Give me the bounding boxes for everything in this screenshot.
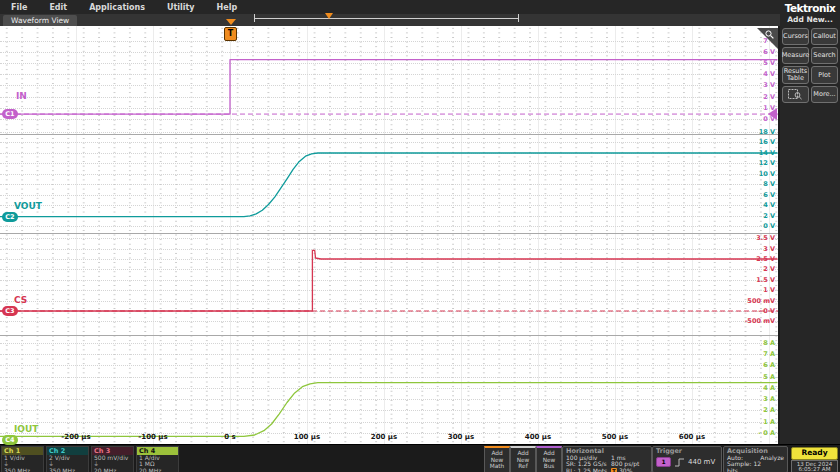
trigger-level-value: 440 mV	[688, 458, 715, 466]
zoom-corner-magnifier-icon	[764, 29, 776, 41]
channel-settings-badge-ch-1[interactable]: Ch 11 V/div⏚350 MHz	[1, 446, 44, 472]
gridline	[0, 226, 778, 227]
gridline	[0, 249, 778, 250]
sidebar-button-search[interactable]: Search	[811, 47, 838, 64]
horizontal-badge[interactable]: Horizontal 100 µs/div1 msSR: 1.25 GS/s80…	[562, 446, 652, 472]
menu-bar: FileEditApplicationsUtilityHelp	[0, 0, 780, 14]
pan-position-marker-icon[interactable]	[325, 13, 333, 19]
section-separator	[0, 134, 778, 135]
gridline	[0, 119, 778, 120]
channel-name-iout: IOUT	[14, 424, 38, 434]
time-text: 6:05:27 AM	[792, 467, 837, 472]
time-label: 400 µs	[525, 433, 551, 441]
gridline	[0, 174, 778, 175]
add-new-bus-button[interactable]: AddNewBus	[536, 446, 562, 472]
ready-status-button[interactable]: Ready	[791, 447, 838, 460]
time-label: -100 µs	[138, 433, 167, 441]
gridline	[0, 52, 778, 53]
trigger-t-icon[interactable]: T	[224, 27, 237, 41]
gridline	[0, 422, 778, 423]
scale-label-in: 3 V	[763, 81, 775, 89]
scale-label-cs: 500 mV	[747, 297, 775, 305]
sidebar-button-more[interactable]: More...	[811, 86, 838, 103]
trace-in	[0, 60, 778, 115]
menu-item-utility[interactable]: Utility	[156, 3, 206, 12]
gridline	[0, 142, 778, 143]
gridline	[0, 269, 778, 270]
gridline	[0, 238, 778, 239]
pan-overview-left-tick	[254, 14, 255, 22]
channel-badge-row: Ch 11 V/div⏚350 MHzCh 22 V/div⏚350 MHzCh…	[1, 446, 179, 472]
time-label: 500 µs	[602, 433, 628, 441]
channel-badge-c1[interactable]: C1	[2, 109, 18, 119]
sidebar-button-plot[interactable]: Plot	[811, 66, 838, 84]
gridline	[0, 205, 778, 206]
time-label: 600 µs	[679, 433, 705, 441]
channel-name-vout: VOUT	[14, 201, 42, 211]
waveform-traces	[0, 26, 778, 444]
channel-settings-badge-ch-2[interactable]: Ch 22 V/div⏚350 MHz	[46, 446, 89, 472]
section-separator	[0, 335, 778, 336]
scale-label-iout: 7 A	[763, 350, 775, 358]
gridline	[0, 132, 778, 133]
scale-label-vout: 6 V	[763, 191, 775, 199]
menu-item-help[interactable]: Help	[206, 3, 249, 12]
acquisition-value	[772, 461, 784, 472]
channel-settings-badge-ch-4[interactable]: Ch 41 A/div1 MΩ20 MHz	[136, 446, 179, 472]
sidebar-button-results-table[interactable]: Results Table	[782, 66, 809, 84]
gridline	[0, 216, 778, 217]
scale-label-vout: 0 V	[763, 222, 775, 230]
tab-waveform-view[interactable]: Waveform View	[3, 15, 77, 26]
scale-label-iout: 6 A	[763, 361, 775, 369]
acquisition-row: Sample: 12 bits	[724, 461, 787, 472]
scale-label-in: 2 V	[763, 93, 775, 101]
section-separator	[0, 233, 778, 234]
trigger-position-arrow-icon[interactable]	[226, 19, 236, 25]
datetime-display[interactable]: 13 Dec 2024 6:05:27 AM	[791, 460, 838, 472]
trigger-badge[interactable]: Trigger 1 440 mV	[652, 446, 722, 472]
zoom-tool-button[interactable]	[782, 86, 809, 103]
gridline	[0, 280, 778, 281]
channel-settings-badge-ch-3[interactable]: Ch 3500 mV/div⏚20 MHz	[91, 446, 134, 472]
add-new-button-word: Bus	[537, 463, 561, 469]
add-new-ref-button[interactable]: AddNewRef	[510, 446, 536, 472]
scale-label-cs: 3.5 V	[756, 234, 775, 242]
gridline	[0, 74, 778, 75]
gridline	[0, 388, 778, 389]
tab-row	[0, 14, 780, 26]
gridline	[0, 290, 778, 291]
pan-overview-bar[interactable]	[255, 18, 518, 19]
waveform-plot[interactable]: T 7 V6 V5 V4 V3 V2 V1 V0 VINC118 V16 V14…	[0, 26, 778, 444]
time-label: 100 µs	[294, 433, 320, 441]
scale-label-vout: 16 V	[759, 138, 775, 146]
sidebar-button-measure[interactable]: Measure	[782, 47, 809, 64]
scale-label-iout: - 0 A	[758, 429, 775, 437]
trigger-level-arrow-icon[interactable]	[768, 108, 777, 120]
gridline	[0, 354, 778, 355]
menu-item-applications[interactable]: Applications	[78, 3, 156, 12]
channel-badge-line: 20 MHz	[92, 468, 133, 472]
gridline	[0, 343, 778, 344]
scale-label-vout: 8 V	[763, 180, 775, 188]
channel-badge-c3[interactable]: C3	[2, 306, 18, 316]
add-new-label: Add New...	[780, 15, 840, 24]
gridline	[0, 377, 778, 378]
add-new-math-button[interactable]: AddNewMath	[484, 446, 510, 472]
time-label: -200 µs	[61, 433, 90, 441]
channel-badge-c4[interactable]: C4	[2, 435, 18, 445]
scale-label-cs: 3 V	[763, 245, 775, 253]
menu-item-file[interactable]: File	[0, 3, 38, 12]
trigger-position-percent: 30%	[619, 467, 632, 472]
scale-label-in: 5 V	[763, 59, 775, 67]
menu-item-edit[interactable]: Edit	[38, 3, 78, 12]
acquisition-badge[interactable]: Acquisition Auto:AnalyzeSample: 12 bits1…	[723, 446, 788, 472]
horizontal-value: T30%	[611, 468, 648, 472]
sidebar-button-callout[interactable]: Callout	[811, 28, 838, 45]
scale-label-cs: 2 V	[763, 265, 775, 273]
trigger-source-chip: 1	[656, 457, 671, 467]
sidebar-button-cursors[interactable]: Cursors	[782, 28, 809, 45]
sidebar-button-grid: CursorsCalloutMeasureSearchResults Table…	[782, 28, 838, 103]
gridline	[0, 153, 778, 154]
scale-label-vout: 4 V	[763, 201, 775, 209]
channel-badge-c2[interactable]: C2	[2, 212, 18, 222]
